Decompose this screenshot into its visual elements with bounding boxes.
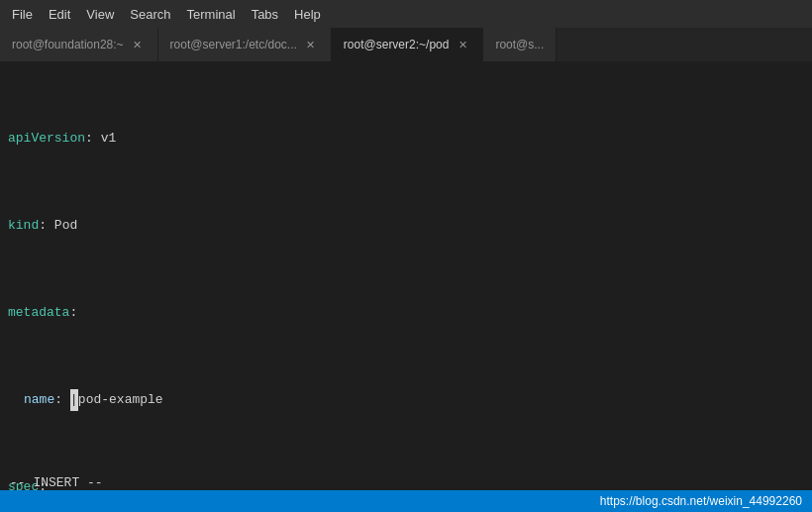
editor: apiVersion: v1 kind: Pod metadata: name:… [0, 62, 812, 490]
tab-3-close[interactable]: ✕ [455, 37, 470, 52]
tab-1-close[interactable]: ✕ [130, 37, 146, 52]
code-area[interactable]: apiVersion: v1 kind: Pod metadata: name:… [0, 62, 812, 490]
status-url: https://blog.csdn.net/weixin_44992260 [600, 494, 802, 508]
tab-4[interactable]: root@s... [483, 28, 557, 61]
tab-2-label: root@server1:/etc/doc... [170, 38, 297, 51]
menu-search[interactable]: Search [122, 3, 178, 26]
menu-file[interactable]: File [4, 3, 41, 26]
tab-2-close[interactable]: ✕ [303, 37, 319, 52]
tab-3-label: root@server2:~/pod [344, 38, 450, 51]
tab-3[interactable]: root@server2:~/pod ✕ [332, 28, 484, 61]
menu-help[interactable]: Help [286, 3, 329, 26]
menu-tabs[interactable]: Tabs [244, 3, 286, 26]
tab-2[interactable]: root@server1:/etc/doc... ✕ [158, 28, 332, 61]
menu-terminal[interactable]: Terminal [179, 3, 244, 26]
tab-4-label: root@s... [495, 38, 544, 51]
menu-view[interactable]: View [78, 3, 122, 26]
menubar: File Edit View Search Terminal Tabs Help [0, 0, 812, 28]
statusbar: https://blog.csdn.net/weixin_44992260 [0, 490, 812, 512]
insert-mode-indicator: -- INSERT -- [10, 475, 103, 490]
menu-edit[interactable]: Edit [41, 3, 78, 26]
tab-1[interactable]: root@foundation28:~ ✕ [0, 28, 158, 61]
tabbar: root@foundation28:~ ✕ root@server1:/etc/… [0, 28, 812, 62]
tab-1-label: root@foundation28:~ [12, 38, 124, 51]
